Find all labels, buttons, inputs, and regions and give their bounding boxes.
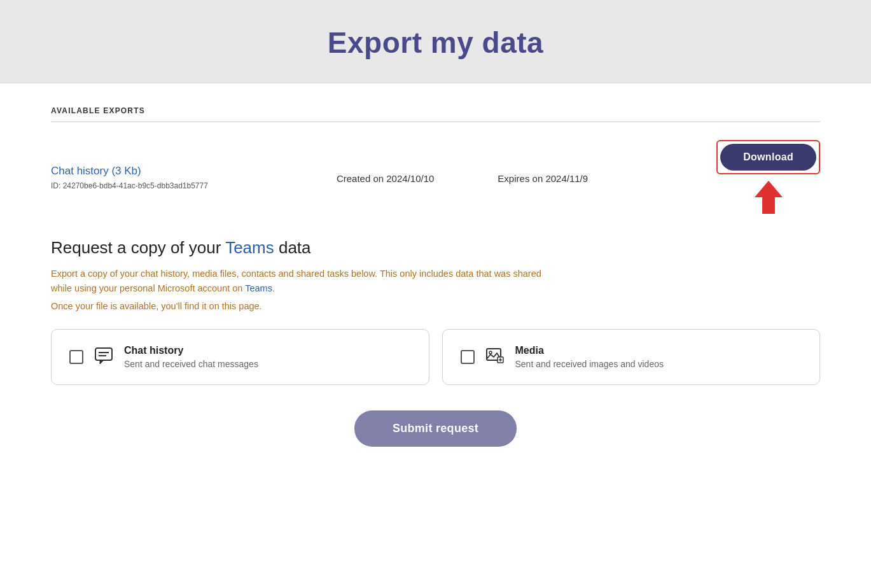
submit-area: Submit request — [51, 410, 820, 447]
chat-history-text: Chat history Sent and received chat mess… — [124, 345, 258, 369]
chat-history-card: Chat history Sent and received chat mess… — [51, 329, 429, 385]
export-cards-row: Chat history Sent and received chat mess… — [51, 329, 820, 385]
export-info: Chat history (3 Kb) ID: 24270be6-bdb4-41… — [51, 165, 208, 192]
media-checkbox[interactable] — [461, 350, 475, 364]
export-id: ID: 24270be6-bdb4-41ac-b9c5-dbb3ad1b5777 — [51, 180, 208, 192]
media-title: Media — [515, 345, 664, 356]
export-title-link[interactable]: Chat history (3 Kb) — [51, 165, 141, 177]
page-header: Export my data — [0, 0, 871, 83]
chat-icon — [94, 346, 114, 369]
arrow-up-indicator — [749, 178, 788, 216]
svg-point-5 — [489, 351, 492, 354]
download-btn-highlight: Download — [716, 140, 820, 174]
export-row: Chat history (3 Kb) ID: 24270be6-bdb4-41… — [51, 134, 820, 232]
export-meta: Created on 2024/10/10 Expires on 2024/11… — [208, 173, 716, 184]
media-card: Media Sent and received images and video… — [442, 329, 821, 385]
export-expires-date: Expires on 2024/11/9 — [498, 173, 588, 184]
section-note: Once your file is available, you'll find… — [51, 301, 820, 311]
media-subtitle: Sent and received images and videos — [515, 359, 664, 369]
media-icon — [485, 346, 505, 369]
svg-rect-1 — [95, 348, 112, 360]
section-description: Export a copy of your chat history, medi… — [51, 267, 624, 296]
main-content: AVAILABLE EXPORTS Chat history (3 Kb) ID… — [0, 83, 871, 588]
chat-history-subtitle: Sent and received chat messages — [124, 359, 258, 369]
up-arrow-icon — [749, 178, 788, 216]
chat-history-checkbox[interactable] — [69, 350, 83, 364]
download-area: Download — [716, 140, 820, 216]
chat-history-title: Chat history — [124, 345, 258, 356]
media-text: Media Sent and received images and video… — [515, 345, 664, 369]
svg-marker-0 — [755, 181, 783, 214]
section-divider — [51, 122, 820, 122]
page-title: Export my data — [0, 25, 871, 60]
download-button[interactable]: Download — [720, 144, 816, 171]
submit-request-button[interactable]: Submit request — [354, 410, 517, 447]
available-exports-label: AVAILABLE EXPORTS — [51, 106, 820, 115]
export-created-date: Created on 2024/10/10 — [337, 173, 434, 184]
request-section-title: Request a copy of your Teams data — [51, 238, 820, 258]
